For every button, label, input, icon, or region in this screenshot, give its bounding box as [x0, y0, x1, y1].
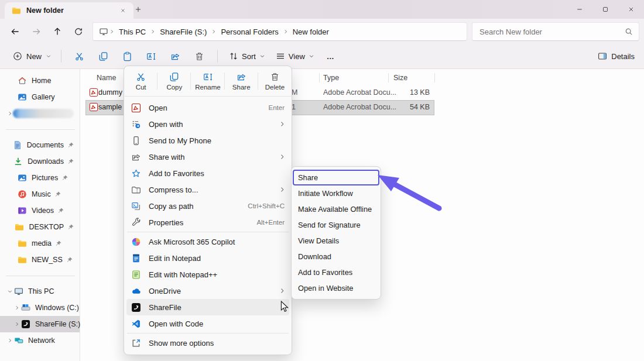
submenu-item-share[interactable]: Share: [293, 170, 379, 185]
minimize-button[interactable]: [567, 0, 592, 19]
quick-share-button[interactable]: Share: [225, 67, 258, 95]
menu-item-open[interactable]: OpenEnter: [126, 99, 289, 116]
share-button[interactable]: [163, 46, 187, 66]
file-name: dummy: [98, 88, 122, 97]
new-tab-button[interactable]: [131, 3, 145, 16]
breadcrumb-item[interactable]: This PC: [115, 23, 149, 40]
submenu-item-send-for-signature[interactable]: Send for Signature: [293, 217, 379, 233]
quick-rename-button[interactable]: Rename: [191, 67, 224, 95]
chevron-right-icon[interactable]: [11, 304, 18, 311]
chevron-right-icon[interactable]: [4, 110, 11, 117]
quick-cut-button[interactable]: Cut: [124, 67, 157, 95]
toolbar-divider: [61, 50, 61, 63]
submenu-item-download[interactable]: Download: [293, 249, 379, 264]
menu-item-sharefile[interactable]: ShareFile: [126, 299, 289, 315]
menu-item-onedrive[interactable]: OneDrive: [126, 283, 289, 299]
sidebar-item-desktop[interactable]: DESKTOP: [0, 219, 80, 235]
close-button[interactable]: [618, 0, 644, 19]
quick-copy-button[interactable]: Copy: [157, 67, 191, 95]
chevron-right-icon[interactable]: [4, 337, 11, 344]
rename-button[interactable]: [139, 46, 163, 66]
paste-button[interactable]: [115, 46, 139, 66]
chevron-right-icon: [14, 321, 20, 327]
chevron-right-icon[interactable]: [11, 321, 18, 328]
breadcrumb-item[interactable]: Personal Folders: [217, 23, 282, 40]
menu-item-open-with[interactable]: Open with: [126, 116, 289, 132]
menu-item-open-with-code[interactable]: Open with Code: [126, 315, 289, 332]
submenu-item-view-details[interactable]: View Details: [293, 233, 379, 249]
sort-button[interactable]: Sort: [224, 47, 270, 66]
close-icon: [120, 8, 126, 13]
plus-icon: [135, 6, 142, 13]
sidebar-item-music[interactable]: Music: [0, 186, 80, 202]
menu-item-send-to-my-phone[interactable]: Send to My Phone: [126, 132, 289, 149]
column-separator[interactable]: [319, 73, 320, 82]
menu-item-label: Edit in Notepad: [149, 254, 285, 263]
sidebar-item-new-ss[interactable]: NEW_SS: [0, 252, 80, 268]
refresh-button[interactable]: [68, 23, 89, 40]
chevron-right-icon: [7, 338, 13, 343]
column-separator[interactable]: [434, 73, 435, 82]
chevron-right-icon: [283, 29, 289, 35]
sidebar-item-gallery[interactable]: Gallery: [0, 89, 80, 105]
sort-arrows-icon: [229, 51, 238, 61]
breadcrumb-item[interactable]: ShareFile (S:): [156, 23, 210, 40]
tab-new-folder[interactable]: New folder: [5, 2, 133, 19]
submenu-item-initiate-workflow[interactable]: Initiate Workflow: [293, 185, 379, 201]
column-header-type[interactable]: Type: [323, 74, 339, 82]
address-bar[interactable]: This PCShareFile (S:)Personal FoldersNew…: [93, 22, 467, 41]
sidebar-item-redacted[interactable]: [0, 105, 80, 122]
copy-button[interactable]: [91, 46, 115, 66]
search-input[interactable]: [478, 27, 621, 37]
star-icon: [131, 169, 141, 178]
back-arrow-icon: [11, 27, 20, 36]
delete-button[interactable]: [187, 46, 211, 66]
music-icon: [18, 190, 27, 199]
menu-item-show-more-options[interactable]: Show more options: [126, 335, 289, 351]
sidebar-item-pictures[interactable]: Pictures: [0, 170, 80, 186]
chevron-spacer: [7, 191, 14, 198]
quick-delete-button[interactable]: Delete: [258, 67, 292, 95]
details-pane-toggle[interactable]: Details: [598, 51, 635, 61]
column-separator[interactable]: [388, 73, 389, 82]
pin-icon: [67, 224, 74, 231]
submenu-item-make-available-offline[interactable]: Make Available Offline: [293, 201, 379, 217]
sidebar-item-this-pc[interactable]: This PC: [0, 283, 80, 300]
chevron-down-icon[interactable]: [4, 288, 11, 295]
chevron-right-icon: [211, 29, 217, 35]
pictures-icon: [18, 173, 27, 183]
menu-item-share-with[interactable]: Share with: [126, 149, 289, 165]
up-button[interactable]: [47, 23, 68, 40]
sidebar-item-documents[interactable]: Documents: [0, 137, 80, 153]
menu-item-properties[interactable]: PropertiesAlt+Enter: [126, 214, 289, 231]
sharefile-icon: [131, 302, 141, 312]
tab-close-icon[interactable]: [117, 5, 129, 16]
view-button[interactable]: View: [270, 47, 320, 66]
menu-item-edit-with-notepad[interactable]: Edit with Notepad++: [126, 266, 289, 283]
new-button[interactable]: New: [9, 47, 55, 66]
back-button[interactable]: [5, 23, 26, 40]
column-header-name[interactable]: Name: [97, 74, 116, 82]
sidebar-item-media[interactable]: media: [0, 235, 80, 252]
search-box[interactable]: [472, 22, 639, 41]
sidebar-item-windows-c[interactable]: Windows (C:): [0, 300, 80, 316]
menu-item-edit-in-notepad[interactable]: Edit in Notepad: [126, 250, 289, 266]
column-header-size[interactable]: Size: [393, 74, 407, 82]
sidebar-item-sharefile-s[interactable]: ShareFile (S:): [0, 316, 80, 332]
submenu-item-open-in-website[interactable]: Open in Website: [293, 280, 379, 296]
menu-item-add-to-favorites[interactable]: Add to Favorites: [126, 165, 289, 181]
maximize-button[interactable]: [592, 0, 618, 19]
more-options-button[interactable]: …: [320, 52, 342, 61]
sidebar-item-videos[interactable]: Videos: [0, 202, 80, 219]
menu-item-compress-to[interactable]: Compress to...: [126, 181, 289, 198]
sidebar-item-network[interactable]: Network: [0, 332, 80, 349]
menu-item-copy-as-path[interactable]: Copy as pathCtrl+Shift+C: [126, 198, 289, 214]
forward-button[interactable]: [26, 23, 47, 40]
submenu-item-add-to-favorites[interactable]: Add to Favorites: [293, 264, 379, 280]
menu-item-ask-microsoft-365-copilot[interactable]: Ask Microsoft 365 Copilot: [126, 233, 289, 250]
cut-button[interactable]: [67, 46, 91, 66]
sidebar-item-home[interactable]: Home: [0, 73, 80, 89]
breadcrumb-item[interactable]: New folder: [289, 23, 333, 40]
rename-icon: [203, 72, 213, 82]
sidebar-item-downloads[interactable]: Downloads: [0, 153, 80, 170]
